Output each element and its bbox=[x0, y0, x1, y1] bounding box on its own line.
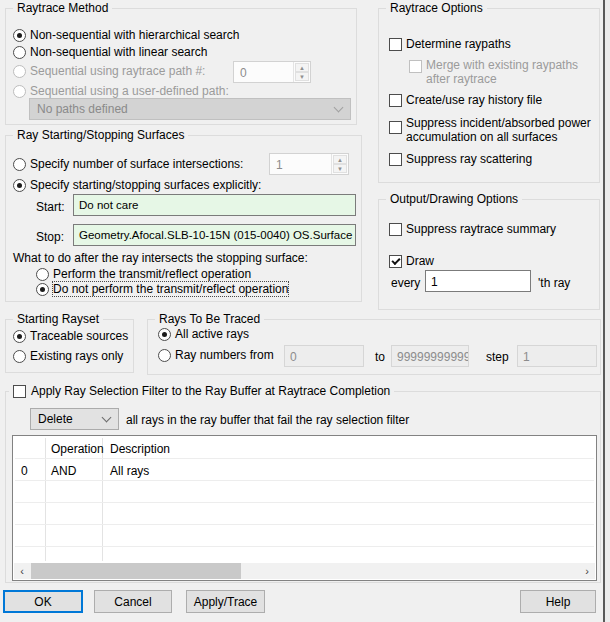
checkbox-suppress-summary[interactable]: Suppress raytrace summary bbox=[389, 222, 556, 236]
group-output-options: Output/Drawing Options Suppress raytrace… bbox=[378, 199, 600, 310]
radio-icon bbox=[13, 46, 26, 59]
intersections-value: 1 bbox=[270, 154, 331, 174]
scroll-left-icon[interactable]: ‹ bbox=[14, 563, 30, 579]
checkbox-label: Suppress incident/absorbed power accumul… bbox=[406, 116, 594, 144]
radio-icon bbox=[36, 283, 49, 296]
radio-icon bbox=[158, 328, 171, 341]
radio-explicit-surfaces[interactable]: Specify starting/stopping surfaces expli… bbox=[13, 178, 261, 192]
th-ray-label: 'th ray bbox=[538, 276, 570, 290]
user-path-dropdown: No paths defined bbox=[29, 98, 351, 120]
radio-all-active-rays[interactable]: All active rays bbox=[158, 327, 249, 341]
horizontal-scrollbar[interactable]: ‹ › bbox=[14, 563, 595, 579]
radio-icon bbox=[13, 158, 26, 171]
checkbox-determine-raypaths[interactable]: Determine raypaths bbox=[389, 37, 511, 51]
row-divider bbox=[15, 502, 594, 503]
radio-label: Ray numbers from bbox=[175, 348, 274, 362]
intersections-spinner: 1 ▲ ▼ bbox=[269, 153, 349, 175]
group-raytrace-method: Raytrace Method Non-sequential with hier… bbox=[5, 8, 357, 125]
checkbox-icon bbox=[389, 153, 402, 166]
radio-label: All active rays bbox=[175, 327, 249, 341]
group-title-ray-surfaces: Ray Starting/Stopping Surfaces bbox=[13, 128, 188, 142]
checkbox-draw[interactable]: Draw bbox=[389, 254, 434, 268]
radio-existing-rays[interactable]: Existing rays only bbox=[13, 349, 123, 363]
row-divider bbox=[15, 458, 594, 459]
dropdown-value: No paths defined bbox=[37, 102, 128, 116]
spin-down-icon[interactable]: ▼ bbox=[333, 164, 347, 173]
stop-surface-field[interactable]: Geometry.Afocal.SLB-10-15N (015-0040) OS… bbox=[73, 224, 356, 246]
radio-icon bbox=[13, 330, 26, 343]
raytrace-dialog: Raytrace Method Non-sequential with hier… bbox=[0, 0, 605, 622]
help-button[interactable]: Help bbox=[520, 590, 596, 613]
group-starting-rayset: Starting Rayset Traceable sources Existi… bbox=[5, 319, 134, 373]
stopping-surface-question: What to do after the ray intersects the … bbox=[13, 251, 308, 265]
group-title-rays-to-trace: Rays To Be Traced bbox=[155, 312, 264, 326]
column-header-operation[interactable]: Operation bbox=[51, 442, 104, 456]
checkbox-ray-history[interactable]: Create/use ray history file bbox=[389, 93, 542, 107]
checkbox-label: Suppress ray scattering bbox=[406, 152, 532, 166]
checkbox-suppress-scattering[interactable]: Suppress ray scattering bbox=[389, 152, 532, 166]
checkbox-icon[interactable] bbox=[13, 385, 26, 398]
table-row-description[interactable]: All rays bbox=[110, 464, 149, 478]
radio-icon bbox=[13, 29, 26, 42]
radio-nonseq-hierarchical[interactable]: Non-sequential with hierarchical search bbox=[13, 28, 239, 42]
table-row-operation[interactable]: AND bbox=[51, 464, 76, 478]
column-divider bbox=[45, 438, 46, 561]
filter-action-dropdown[interactable]: Delete bbox=[30, 408, 119, 430]
spin-up-icon[interactable]: ▲ bbox=[333, 155, 347, 164]
spin-down-icon[interactable]: ▼ bbox=[295, 72, 309, 81]
group-ray-selection-filter: Apply Ray Selection Filter to the Ray Bu… bbox=[5, 391, 601, 583]
chevron-down-icon bbox=[102, 413, 112, 423]
radio-icon bbox=[13, 179, 26, 192]
group-rays-to-trace: Rays To Be Traced All active rays Ray nu… bbox=[147, 319, 601, 375]
column-header-description[interactable]: Description bbox=[110, 442, 170, 456]
column-divider bbox=[102, 438, 103, 561]
radio-surface-intersections[interactable]: Specify number of surface intersections: bbox=[13, 157, 243, 171]
checkbox-label: Draw bbox=[406, 254, 434, 268]
checkbox-label: Create/use ray history file bbox=[406, 93, 542, 107]
spinner-buttons: ▲ ▼ bbox=[293, 62, 310, 82]
step-label: step bbox=[486, 350, 509, 364]
checkbox-merge-raypaths: Merge with existing raypaths after raytr… bbox=[409, 58, 591, 86]
radio-label: Sequential using raytrace path #: bbox=[30, 64, 205, 78]
checkbox-icon bbox=[389, 121, 402, 134]
ok-button[interactable]: OK bbox=[3, 590, 83, 613]
radio-ray-numbers[interactable]: Ray numbers from bbox=[158, 348, 274, 362]
radio-label: Specify number of surface intersections: bbox=[30, 157, 243, 171]
radio-traceable-sources[interactable]: Traceable sources bbox=[13, 329, 128, 343]
every-label: every bbox=[391, 276, 420, 290]
path-number-value: 0 bbox=[234, 62, 293, 82]
radio-label: Specify starting/stopping surfaces expli… bbox=[30, 178, 261, 192]
start-surface-field[interactable]: Do not care bbox=[73, 194, 356, 216]
radio-label: Non-sequential with hierarchical search bbox=[30, 28, 239, 42]
cancel-button[interactable]: Cancel bbox=[94, 590, 172, 613]
checkbox-icon bbox=[389, 94, 402, 107]
checkbox-label: Determine raypaths bbox=[406, 37, 511, 51]
scroll-right-icon[interactable]: › bbox=[579, 563, 595, 579]
group-title-filter: Apply Ray Selection Filter to the Ray Bu… bbox=[9, 384, 394, 398]
start-label: Start: bbox=[36, 200, 65, 214]
scrollbar-thumb[interactable] bbox=[31, 563, 241, 579]
apply-trace-button[interactable]: Apply/Trace bbox=[186, 590, 265, 613]
radio-sequential-path: Sequential using raytrace path #: bbox=[13, 64, 205, 78]
radio-perform-transmit[interactable]: Perform the transmit/reflect operation bbox=[36, 267, 251, 281]
ray-step-input: 1 bbox=[517, 345, 597, 367]
row-divider bbox=[15, 524, 594, 525]
filter-description-label: all rays in the ray buffer that fail the… bbox=[126, 413, 409, 427]
draw-every-input[interactable]: 1 bbox=[425, 270, 531, 292]
spin-up-icon[interactable]: ▲ bbox=[295, 63, 309, 72]
radio-icon bbox=[13, 350, 26, 363]
radio-icon bbox=[158, 349, 171, 362]
checkbox-icon bbox=[389, 38, 402, 51]
group-title-raytrace-method: Raytrace Method bbox=[13, 1, 112, 15]
radio-label: Non-sequential with linear search bbox=[30, 45, 207, 59]
checkbox-suppress-power[interactable]: Suppress incident/absorbed power accumul… bbox=[389, 116, 594, 144]
radio-label: Perform the transmit/reflect operation bbox=[53, 267, 251, 281]
radio-no-perform-transmit[interactable]: Do not perform the transmit/reflect oper… bbox=[36, 282, 288, 296]
radio-label: Do not perform the transmit/reflect oper… bbox=[53, 282, 288, 296]
radio-icon bbox=[13, 85, 26, 98]
path-number-spinner: 0 ▲ ▼ bbox=[233, 61, 311, 83]
radio-nonseq-linear[interactable]: Non-sequential with linear search bbox=[13, 45, 207, 59]
row-divider bbox=[15, 480, 594, 481]
group-title-raytrace-options: Raytrace Options bbox=[386, 1, 487, 15]
radio-icon bbox=[13, 65, 26, 78]
